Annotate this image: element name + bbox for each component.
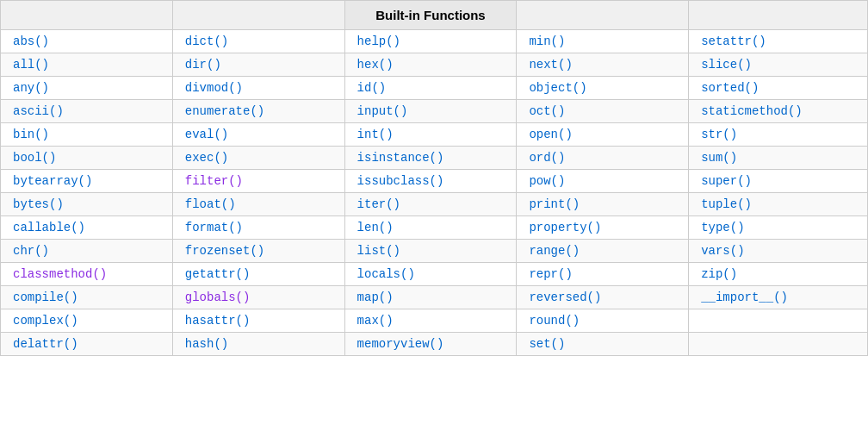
- header-col1: [1, 1, 173, 30]
- table-cell: globals(): [172, 286, 344, 309]
- table-cell: type(): [689, 216, 868, 240]
- table-cell: hex(): [344, 53, 517, 77]
- table-cell: max(): [344, 309, 517, 333]
- table-row: compile()globals()map()reversed()__impor…: [1, 286, 868, 309]
- table-row: classmethod()getattr()locals()repr()zip(…: [1, 263, 868, 286]
- table-cell: exec(): [172, 147, 344, 170]
- table-cell: sum(): [689, 147, 868, 170]
- table-cell: staticmethod(): [689, 100, 868, 123]
- table-cell: isinstance(): [344, 147, 517, 170]
- table-cell: getattr(): [172, 263, 344, 286]
- table-cell: dict(): [172, 30, 344, 53]
- header-col4: [517, 1, 689, 30]
- table-cell: compile(): [1, 286, 173, 309]
- table-cell: float(): [172, 193, 344, 216]
- table-cell: locals(): [344, 263, 517, 286]
- table-cell: divmod(): [172, 77, 344, 100]
- table-row: bytes()float()iter()print()tuple(): [1, 193, 868, 216]
- table-cell: bytearray(): [1, 170, 173, 193]
- header-col2: [172, 1, 344, 30]
- table-cell: format(): [172, 216, 344, 240]
- table-cell: help(): [344, 30, 517, 53]
- table-row: bytearray()filter()issubclass()pow()supe…: [1, 170, 868, 193]
- table-cell: vars(): [689, 240, 868, 263]
- table-cell: hash(): [172, 333, 344, 356]
- table-cell: super(): [689, 170, 868, 193]
- table-cell: min(): [517, 30, 689, 53]
- table-cell: map(): [344, 286, 517, 309]
- table-cell: __import__(): [689, 286, 868, 309]
- table-cell: iter(): [344, 193, 517, 216]
- table-cell: [689, 333, 868, 356]
- table-row: bin()eval()int()open()str(): [1, 123, 868, 147]
- table-cell: delattr(): [1, 333, 173, 356]
- table-cell: sorted(): [689, 77, 868, 100]
- table-cell: property(): [517, 216, 689, 240]
- table-cell: str(): [689, 123, 868, 147]
- table-title: Built-in Functions: [344, 1, 517, 30]
- table-cell: list(): [344, 240, 517, 263]
- table-cell: set(): [517, 333, 689, 356]
- table-row: delattr()hash()memoryview()set(): [1, 333, 868, 356]
- table-cell: print(): [517, 193, 689, 216]
- table-cell: object(): [517, 77, 689, 100]
- table-cell: zip(): [689, 263, 868, 286]
- table-cell: bool(): [1, 147, 173, 170]
- table-row: chr()frozenset()list()range()vars(): [1, 240, 868, 263]
- table-cell: oct(): [517, 100, 689, 123]
- table-cell: any(): [1, 77, 173, 100]
- table-cell: ascii(): [1, 100, 173, 123]
- table-cell: hasattr(): [172, 309, 344, 333]
- table-row: abs()dict()help()min()setattr(): [1, 30, 868, 53]
- table-cell: eval(): [172, 123, 344, 147]
- table-cell: chr(): [1, 240, 173, 263]
- table-cell: classmethod(): [1, 263, 173, 286]
- table-cell: next(): [517, 53, 689, 77]
- table-cell: open(): [517, 123, 689, 147]
- table-cell: frozenset(): [172, 240, 344, 263]
- table-cell: complex(): [1, 309, 173, 333]
- table-cell: memoryview(): [344, 333, 517, 356]
- table-cell: tuple(): [689, 193, 868, 216]
- table-cell: setattr(): [689, 30, 868, 53]
- table-cell: bin(): [1, 123, 173, 147]
- table-cell: len(): [344, 216, 517, 240]
- table-cell: slice(): [689, 53, 868, 77]
- header-col5: [689, 1, 868, 30]
- table-cell: ord(): [517, 147, 689, 170]
- table-cell: all(): [1, 53, 173, 77]
- table-cell: [689, 309, 868, 333]
- table-row: any()divmod()id()object()sorted(): [1, 77, 868, 100]
- table-cell: round(): [517, 309, 689, 333]
- table-row: complex()hasattr()max()round(): [1, 309, 868, 333]
- table-cell: pow(): [517, 170, 689, 193]
- table-cell: range(): [517, 240, 689, 263]
- table-cell: callable(): [1, 216, 173, 240]
- table-cell: input(): [344, 100, 517, 123]
- table-cell: bytes(): [1, 193, 173, 216]
- table-cell: id(): [344, 77, 517, 100]
- table-row: ascii()enumerate()input()oct()staticmeth…: [1, 100, 868, 123]
- table-cell: reversed(): [517, 286, 689, 309]
- table-cell: issubclass(): [344, 170, 517, 193]
- table-cell: enumerate(): [172, 100, 344, 123]
- table-row: bool()exec()isinstance()ord()sum(): [1, 147, 868, 170]
- table-row: callable()format()len()property()type(): [1, 216, 868, 240]
- table-cell: filter(): [172, 170, 344, 193]
- table-row: all()dir()hex()next()slice(): [1, 53, 868, 77]
- table-cell: repr(): [517, 263, 689, 286]
- table-cell: abs(): [1, 30, 173, 53]
- builtin-functions-table: Built-in Functions abs()dict()help()min(…: [0, 0, 868, 356]
- table-cell: int(): [344, 123, 517, 147]
- table-cell: dir(): [172, 53, 344, 77]
